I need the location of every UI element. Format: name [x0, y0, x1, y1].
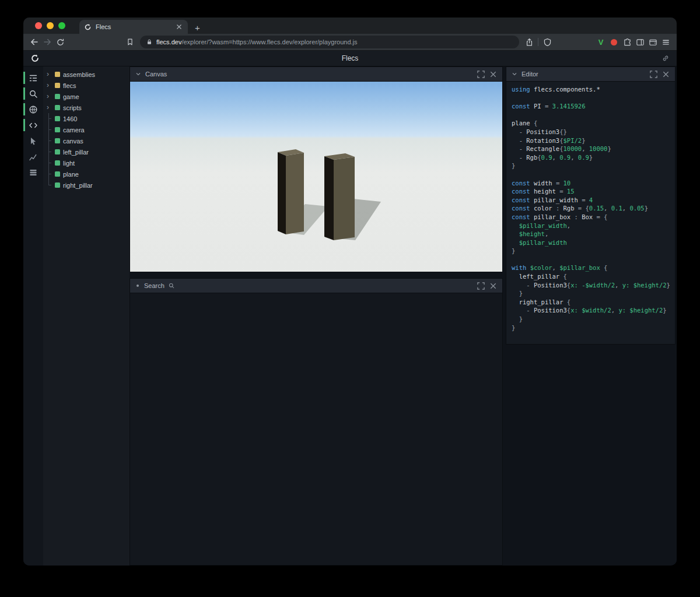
- tree-item[interactable]: left_pillar: [43, 146, 130, 157]
- url-path: /explorer/?wasm=https://www.flecs.dev/ex…: [181, 38, 357, 45]
- code-line: $pillar_width,: [512, 222, 675, 230]
- entity-color-square: [55, 160, 60, 166]
- link-icon[interactable]: [662, 54, 670, 62]
- editor-panel-header: Editor: [506, 67, 675, 82]
- tree-item-label: canvas: [63, 138, 83, 145]
- entity-color-square: [55, 138, 60, 143]
- tree-item-label: scripts: [63, 104, 82, 111]
- fullscreen-icon[interactable]: [477, 282, 485, 290]
- tree-item[interactable]: light: [43, 157, 130, 168]
- code-line: const width = 10: [512, 179, 675, 188]
- code-line: }: [512, 161, 675, 170]
- stats-icon[interactable]: [23, 149, 43, 164]
- code-line: [512, 111, 675, 120]
- code-line: - Rgb{0.9, 0.9, 0.9}: [512, 153, 675, 162]
- canvas-panel-header: Canvas: [130, 67, 502, 82]
- address-bar[interactable]: flecs.dev/explorer/?wasm=https://www.fle…: [140, 36, 519, 48]
- tree-item[interactable]: camera: [43, 124, 130, 135]
- search-icon[interactable]: [23, 86, 43, 101]
- code-line: left_pillar {: [512, 272, 675, 281]
- tab-title: Flecs: [96, 23, 171, 30]
- entity-tree-icon[interactable]: [23, 70, 43, 86]
- fullscreen-icon[interactable]: [649, 70, 658, 79]
- tree-item-label: plane: [63, 171, 79, 178]
- app-header: Flecs: [23, 51, 677, 66]
- tree-item[interactable]: right_pillar: [43, 180, 130, 191]
- new-tab-button[interactable]: +: [195, 23, 200, 32]
- tree-item-label: light: [63, 160, 75, 167]
- tree-item-label: left_pillar: [63, 149, 89, 156]
- search-panel-title: Search: [144, 282, 164, 289]
- close-icon[interactable]: [489, 282, 498, 290]
- tree-guide: [47, 168, 52, 180]
- code-line: $pillar_width: [512, 238, 675, 247]
- tree-item[interactable]: ›assemblies: [43, 69, 130, 80]
- code-line: with $color, $pillar_box {: [512, 264, 675, 272]
- code-line: [512, 170, 675, 179]
- search-results-area: [130, 293, 502, 565]
- share-icon[interactable]: [523, 36, 536, 48]
- code-line: const pillar_box : Box = {: [512, 213, 675, 222]
- tree-guide: [47, 180, 52, 191]
- expander-icon[interactable]: ›: [47, 104, 52, 111]
- tree-item[interactable]: ›flecs: [43, 80, 130, 91]
- wallet-icon[interactable]: [646, 36, 659, 48]
- tree-item-label: right_pillar: [63, 182, 93, 189]
- flecs-logo-icon[interactable]: [30, 54, 40, 63]
- back-button[interactable]: [28, 36, 41, 48]
- reload-button[interactable]: [54, 36, 66, 48]
- tree-guide: [47, 157, 52, 168]
- tab-strip: Flecs +: [23, 17, 677, 34]
- inspector-icon[interactable]: [23, 133, 43, 149]
- v-extension-icon[interactable]: V: [594, 38, 607, 47]
- tree-item[interactable]: ›scripts: [43, 102, 130, 113]
- entity-color-square: [55, 94, 60, 99]
- rows-icon[interactable]: [23, 164, 43, 180]
- forward-button[interactable]: [41, 36, 54, 48]
- entity-tree: ›assemblies›flecs›game›scripts1460camera…: [43, 66, 130, 566]
- canvas-3d-viewport[interactable]: [130, 82, 502, 272]
- recorder-extension-icon[interactable]: [611, 39, 617, 45]
- window-minimize-button[interactable]: [47, 22, 54, 29]
- expander-icon[interactable]: ›: [47, 82, 52, 89]
- tab-close-icon[interactable]: [175, 23, 183, 31]
- menu-icon[interactable]: [659, 36, 672, 48]
- iconbar: [23, 66, 43, 566]
- entity-color-square: [55, 149, 60, 154]
- expander-icon[interactable]: ›: [47, 93, 52, 100]
- close-icon[interactable]: [662, 70, 670, 79]
- collapse-dot-icon[interactable]: [136, 285, 139, 287]
- world-icon[interactable]: [23, 101, 43, 117]
- entity-color-square: [55, 72, 60, 77]
- main-content: ›assemblies›flecs›game›scripts1460camera…: [23, 66, 677, 566]
- code-line: }: [512, 315, 675, 324]
- window-close-button[interactable]: [35, 22, 42, 29]
- editor-code[interactable]: using flecs.components.* const PI = 3.14…: [506, 82, 675, 344]
- 3d-scene: [130, 82, 502, 272]
- chevron-down-icon[interactable]: [511, 71, 518, 78]
- code-icon[interactable]: [23, 117, 43, 133]
- code-line: - Position3{}: [512, 128, 675, 136]
- tree-item-label: camera: [63, 127, 85, 134]
- chevron-down-icon[interactable]: [135, 71, 142, 78]
- tree-item[interactable]: plane: [43, 168, 130, 180]
- search-panel-header: Search: [130, 279, 502, 293]
- bookmark-icon[interactable]: [124, 36, 136, 48]
- code-line: right_pillar {: [512, 298, 675, 307]
- sidebar-icon[interactable]: [634, 36, 646, 48]
- code-line: - Rectangle{10000, 10000}: [512, 145, 675, 153]
- tree-item[interactable]: 1460: [43, 113, 130, 124]
- tree-item-label: assemblies: [63, 71, 95, 78]
- tree-item[interactable]: ›game: [43, 91, 130, 102]
- brave-shield-icon[interactable]: [541, 36, 554, 48]
- close-icon[interactable]: [489, 70, 498, 79]
- code-line: const height = 15: [512, 187, 675, 196]
- expander-icon[interactable]: ›: [47, 71, 52, 78]
- entity-color-square: [55, 116, 60, 121]
- extensions-puzzle-icon[interactable]: [621, 36, 634, 48]
- flecs-favicon-icon: [84, 23, 92, 31]
- tree-item[interactable]: canvas: [43, 135, 130, 146]
- browser-tab[interactable]: Flecs: [79, 20, 188, 34]
- window-zoom-button[interactable]: [58, 22, 65, 29]
- fullscreen-icon[interactable]: [477, 70, 485, 79]
